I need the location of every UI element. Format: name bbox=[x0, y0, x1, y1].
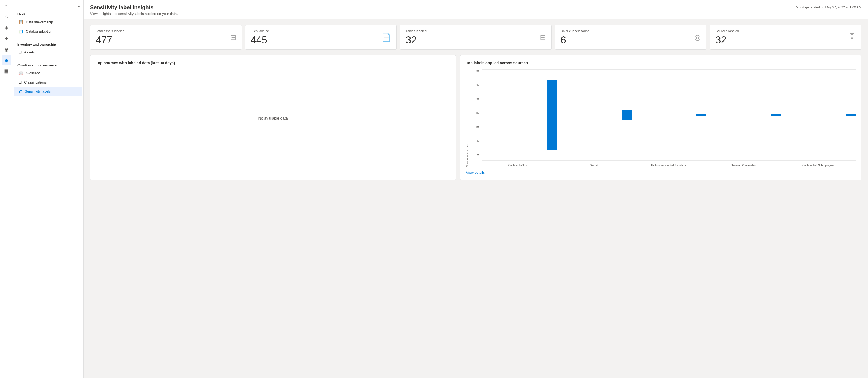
stewardship-nav-icon[interactable]: ◆ bbox=[2, 55, 11, 65]
grid-line bbox=[482, 160, 856, 161]
sidebar-item-label-glossary: Glossary bbox=[26, 71, 40, 75]
x-axis-label: Highly Confidential\Ninja FTE bbox=[631, 162, 706, 167]
y-axis-title: Number of sources bbox=[466, 69, 469, 167]
sidebar: « Health 📋 Data stewardship 📊 Catalog ad… bbox=[13, 0, 84, 378]
x-axis: Confidential\Micr...SecretHighly Confide… bbox=[482, 162, 856, 167]
sidebar-item-label-classifications: Classifications bbox=[24, 80, 47, 84]
stat-value-files: 445 bbox=[251, 35, 269, 45]
table-icon: ⊞ bbox=[230, 33, 236, 42]
sidebar-item-assets[interactable]: ⊞ Assets bbox=[14, 48, 82, 57]
bars-and-grid bbox=[482, 69, 856, 160]
catalog-adoption-icon: 📊 bbox=[19, 29, 24, 34]
bar-group bbox=[706, 69, 781, 160]
sidebar-item-sensitivity-labels[interactable]: 🏷 Sensitivity labels bbox=[14, 87, 82, 96]
y-axis-label: 10 bbox=[476, 125, 479, 128]
stat-card-tables-labeled: Tables labeled 32 ⊟ bbox=[400, 25, 552, 50]
sidebar-collapse-button[interactable]: « bbox=[77, 3, 81, 9]
stat-card-left-files: Files labeled 445 bbox=[251, 29, 269, 45]
grid-icon: ⊟ bbox=[540, 33, 546, 42]
sensitivity-labels-icon: 🏷 bbox=[19, 89, 23, 94]
stat-label-total-assets: Total assets labeled bbox=[96, 29, 124, 33]
bar-1 bbox=[622, 109, 631, 121]
assets-icon: ⊞ bbox=[19, 50, 22, 55]
data-stewardship-icon: 📋 bbox=[19, 20, 24, 24]
home-nav-icon[interactable]: ⌂ bbox=[2, 12, 11, 22]
sidebar-collapse: « bbox=[13, 2, 83, 10]
bar-0 bbox=[547, 80, 557, 150]
stat-cards-row: Total assets labeled 477 ⊞ Files labeled… bbox=[90, 25, 862, 50]
y-axis-label: 15 bbox=[476, 112, 479, 115]
sidebar-item-glossary[interactable]: 📖 Glossary bbox=[14, 68, 82, 77]
bar-2 bbox=[696, 114, 706, 117]
y-axis: 302520151050 bbox=[472, 69, 479, 167]
classifications-icon: ⊟ bbox=[19, 80, 22, 85]
sidebar-divider-2 bbox=[18, 59, 79, 59]
sidebar-item-catalog-adoption[interactable]: 📊 Catalog adoption bbox=[14, 27, 82, 36]
y-axis-label: 30 bbox=[476, 69, 479, 72]
left-chart-panel: Top sources with labeled data (last 30 d… bbox=[90, 55, 456, 180]
stat-card-left-tables: Tables labeled 32 bbox=[406, 29, 427, 45]
page-subtitle: View insights into sensitivity labels ap… bbox=[90, 12, 178, 16]
x-axis-label: Confidential\Micr... bbox=[482, 162, 557, 167]
bar-group bbox=[631, 69, 706, 160]
page-header: Sensitivity label insights View insights… bbox=[84, 0, 868, 19]
shield-nav-icon[interactable]: ◉ bbox=[2, 44, 11, 54]
no-data-label: No available data bbox=[96, 69, 450, 167]
view-details-link[interactable]: View details bbox=[466, 170, 485, 175]
y-axis-label: 5 bbox=[477, 139, 479, 143]
stat-card-unique-labels: Unique labels found 6 ◎ bbox=[555, 25, 707, 50]
stat-value-unique: 6 bbox=[561, 35, 589, 45]
stat-card-sources-labeled: Sources labeled 32 🗄 bbox=[710, 25, 862, 50]
stat-value-tables: 32 bbox=[406, 35, 427, 45]
sidebar-item-label-catalog-adoption: Catalog adoption bbox=[26, 29, 53, 33]
x-axis-label: Confidential\All Employees bbox=[781, 162, 856, 167]
sidebar-item-label-assets: Assets bbox=[24, 50, 35, 54]
header-left: Sensitivity label insights View insights… bbox=[90, 4, 178, 16]
stat-card-total-assets: Total assets labeled 477 ⊞ bbox=[90, 25, 242, 50]
source-icon: 🗄 bbox=[848, 33, 856, 42]
stat-label-sources: Sources labeled bbox=[715, 29, 739, 33]
stat-label-tables: Tables labeled bbox=[406, 29, 427, 33]
sidebar-item-label-sensitivity-labels: Sensitivity labels bbox=[25, 89, 51, 93]
x-axis-label: General_PurviewTest bbox=[706, 162, 781, 167]
inventory-section-header: Inventory and ownership bbox=[13, 40, 83, 48]
bar-chart-container: Number of sources 302520151050 Confident… bbox=[466, 69, 856, 167]
map-nav-icon[interactable]: ◈ bbox=[2, 23, 11, 33]
chart-area: Confidential\Micr...SecretHighly Confide… bbox=[482, 69, 856, 167]
page-title: Sensitivity label insights bbox=[90, 4, 178, 10]
stat-label-files: Files labeled bbox=[251, 29, 269, 33]
bar-3 bbox=[771, 114, 781, 117]
stat-label-unique: Unique labels found bbox=[561, 29, 589, 33]
left-chart-title: Top sources with labeled data (last 30 d… bbox=[96, 61, 450, 65]
sidebar-item-label-data-stewardship: Data stewardship bbox=[26, 20, 53, 24]
y-axis-label: 25 bbox=[476, 84, 479, 87]
briefcase-nav-icon[interactable]: ▣ bbox=[2, 66, 11, 76]
stat-card-left-sources: Sources labeled 32 bbox=[715, 29, 739, 45]
charts-row: Top sources with labeled data (last 30 d… bbox=[90, 55, 862, 180]
right-chart-panel: Top labels applied across sources Number… bbox=[460, 55, 862, 180]
y-axis-label: 0 bbox=[477, 153, 479, 156]
bar-group bbox=[557, 69, 631, 160]
bar-4 bbox=[846, 114, 856, 117]
rail-collapse-button[interactable]: « bbox=[2, 2, 11, 9]
content-area: Total assets labeled 477 ⊞ Files labeled… bbox=[84, 19, 868, 378]
stat-value-sources: 32 bbox=[715, 35, 739, 45]
sidebar-item-classifications[interactable]: ⊟ Classifications bbox=[14, 77, 82, 87]
bars-row bbox=[482, 69, 856, 160]
report-generated-label: Report generated on May 27, 2022 at 1:00… bbox=[795, 5, 862, 9]
stat-card-left-total-assets: Total assets labeled 477 bbox=[96, 29, 124, 45]
sidebar-item-data-stewardship[interactable]: 📋 Data stewardship bbox=[14, 18, 82, 27]
health-section-header: Health bbox=[13, 10, 83, 18]
stat-card-left-unique: Unique labels found 6 bbox=[561, 29, 589, 45]
stat-value-total-assets: 477 bbox=[96, 35, 124, 45]
y-axis-label: 20 bbox=[476, 97, 479, 100]
file-icon: 📄 bbox=[381, 33, 391, 42]
stat-card-files-labeled: Files labeled 445 📄 bbox=[245, 25, 397, 50]
catalog-nav-icon[interactable]: ✦ bbox=[2, 34, 11, 43]
bar-group bbox=[781, 69, 856, 160]
glossary-icon: 📖 bbox=[19, 70, 24, 75]
right-chart-title: Top labels applied across sources bbox=[466, 61, 856, 65]
main-content: Sensitivity label insights View insights… bbox=[84, 0, 868, 378]
curation-section-header: Curation and governance bbox=[13, 61, 83, 68]
tag-icon: ◎ bbox=[694, 33, 701, 42]
